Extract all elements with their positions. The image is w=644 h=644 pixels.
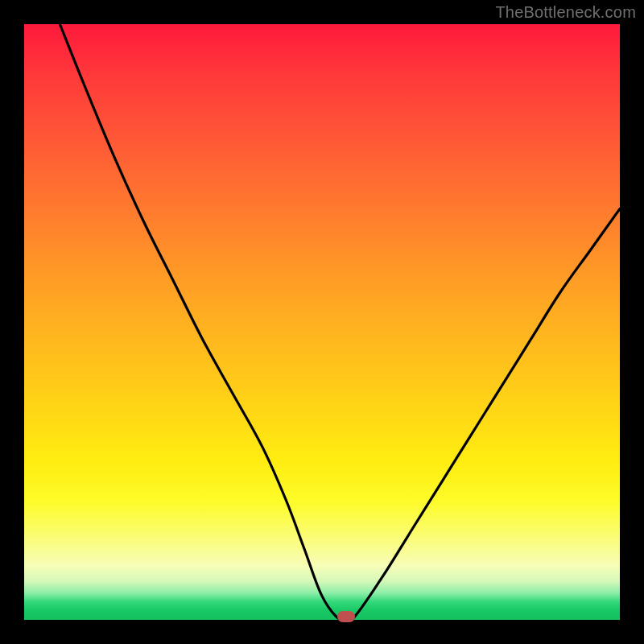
chart-frame: TheBottleneck.com bbox=[0, 0, 644, 644]
bottleneck-marker bbox=[337, 611, 355, 622]
watermark-text: TheBottleneck.com bbox=[495, 3, 636, 22]
chart-plot-area bbox=[24, 24, 620, 620]
bottleneck-curve bbox=[24, 24, 620, 620]
